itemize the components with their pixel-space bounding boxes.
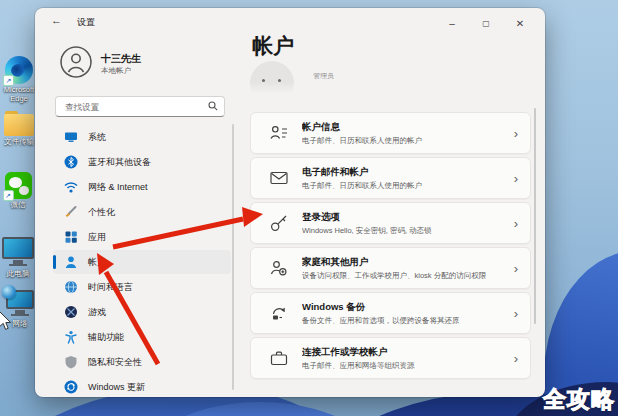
search-input[interactable] (63, 98, 202, 115)
time-language-icon (64, 280, 78, 294)
content-scrollbar[interactable] (534, 108, 536, 324)
row-subtitle: 电子邮件、日历和联系人使用的帐户 (302, 136, 422, 146)
row-work-school-account[interactable]: 连接工作或学校帐户 电子邮件、应用和网络等组织资源 › (250, 337, 531, 379)
account-info-icon (269, 123, 289, 143)
family-users-icon (269, 258, 289, 278)
backup-sync-icon (269, 303, 289, 323)
sidebar-item-label: 网络 & Internet (88, 181, 148, 194)
mail-icon (269, 168, 289, 188)
accessibility-icon (64, 330, 78, 344)
maximize-button[interactable]: ▢ (469, 8, 503, 38)
settings-window: ← 设置 – ▢ ✕ 十三先生 本地帐户 (35, 8, 545, 397)
network-globe-icon (6, 290, 34, 309)
row-title: 帐户信息 (302, 121, 422, 134)
sidebar-item-system[interactable]: 系统 (53, 125, 231, 149)
sidebar-item-bluetooth[interactable]: 蓝牙和其他设备 (53, 150, 231, 174)
row-subtitle: 备份文件、应用和首选项，以便跨设备将其还原 (302, 316, 460, 326)
sidebar-item-label: 游戏 (88, 306, 106, 319)
watermark-text: 全攻略 (543, 384, 615, 415)
chevron-right-icon: › (514, 351, 518, 366)
shortcut-arrow-icon: ↗ (3, 75, 14, 86)
close-button[interactable]: ✕ (503, 8, 537, 38)
row-subtitle: 设备访问权限、工作或学校用户、kiosk 分配的访问权限 (302, 271, 486, 281)
account-person-icon (64, 255, 78, 269)
sidebar-item-accounts[interactable]: 帐户 (53, 250, 231, 274)
sidebar-item-label: 辅助功能 (88, 331, 124, 344)
sidebar-item-label: 系统 (88, 131, 106, 144)
sidebar-item-label: 帐户 (88, 256, 106, 269)
key-icon (269, 213, 289, 233)
privacy-shield-icon (64, 355, 78, 369)
row-subtitle: 电子邮件、日历和联系人使用的帐户 (302, 181, 422, 191)
minimize-button[interactable]: – (435, 8, 469, 38)
row-subtitle: Windows Hello, 安全密钥, 密码, 动态锁 (302, 226, 432, 236)
gaming-xbox-icon (64, 305, 78, 319)
profile-account-type: 本地帐户 (101, 66, 131, 76)
back-button[interactable]: ← (51, 14, 62, 26)
row-title: 电子邮件和帐户 (302, 166, 422, 179)
globe-icon (2, 285, 16, 299)
desktop-screen: ↗ Microsoft Edge 文件传输 ↗ 微信 此电脑 网络 ← 设置 – (0, 0, 618, 416)
desktop-icon-label: 文件传输 (4, 138, 34, 147)
sidebar-item-privacy[interactable]: 隐私和安全性 (53, 350, 231, 374)
row-sign-in-options[interactable]: 登录选项 Windows Hello, 安全密钥, 密码, 动态锁 › (250, 202, 531, 244)
chevron-right-icon: › (514, 126, 518, 141)
bluetooth-icon (64, 155, 78, 169)
this-pc-monitor-icon (2, 237, 34, 259)
window-title: 设置 (77, 16, 95, 29)
row-family-other-users[interactable]: 家庭和其他用户 设备访问权限、工作或学校用户、kiosk 分配的访问权限 › (250, 247, 531, 289)
folder-icon (4, 114, 34, 136)
sidebar-item-label: Windows 更新 (88, 381, 145, 394)
desktop-icon-label: 此电脑 (7, 270, 30, 279)
sidebar-item-label: 隐私和安全性 (88, 356, 142, 369)
chevron-right-icon: › (514, 306, 518, 321)
row-title: 家庭和其他用户 (302, 256, 486, 269)
mouse-cursor (0, 310, 14, 332)
sidebar-item-network[interactable]: 网络 & Internet (53, 175, 231, 199)
wifi-icon (64, 180, 78, 194)
shortcut-arrow-icon: ↗ (3, 190, 14, 201)
desktop-icon-label: 微信 (11, 201, 26, 210)
sidebar-item-label: 时间和语言 (88, 281, 133, 294)
sidebar-item-label: 蓝牙和其他设备 (88, 156, 151, 169)
system-monitor-icon (64, 130, 78, 144)
chevron-right-icon: › (514, 171, 518, 186)
wechat-icon: ↗ (5, 172, 32, 199)
row-email-accounts[interactable]: 电子邮件和帐户 电子邮件、日历和联系人使用的帐户 › (250, 157, 531, 199)
row-title: 登录选项 (302, 211, 432, 224)
personalization-brush-icon (64, 205, 78, 219)
sidebar-item-personalization[interactable]: 个性化 (53, 200, 231, 224)
chevron-right-icon: › (514, 216, 518, 231)
sidebar-item-windows-update[interactable]: Windows 更新 (53, 375, 231, 397)
profile-name: 十三先生 (101, 52, 141, 66)
windows-update-icon (64, 380, 78, 394)
apps-grid-icon (64, 230, 78, 244)
row-subtitle: 电子邮件、应用和网络等组织资源 (302, 361, 415, 371)
desktop-icon-wechat[interactable]: ↗ 微信 (0, 172, 40, 210)
sidebar-item-accessibility[interactable]: 辅助功能 (53, 325, 231, 349)
sidebar-item-apps[interactable]: 应用 (53, 225, 231, 249)
hero-avatar-fade (250, 82, 296, 96)
edge-browser-icon: ↗ (5, 56, 33, 84)
row-title: Windows 备份 (302, 301, 460, 314)
search-icon (208, 101, 218, 111)
user-avatar-icon[interactable] (60, 46, 92, 78)
sidebar-item-label: 个性化 (88, 206, 115, 219)
sidebar-item-gaming[interactable]: 游戏 (53, 300, 231, 324)
sidebar-scrollbar[interactable] (232, 124, 234, 390)
sidebar-item-time-language[interactable]: 时间和语言 (53, 275, 231, 299)
page-title: 帐户 (252, 32, 294, 60)
row-title: 连接工作或学校帐户 (302, 346, 415, 359)
admin-label: 管理员 (313, 71, 334, 81)
row-windows-backup[interactable]: Windows 备份 备份文件、应用和首选项，以便跨设备将其还原 › (250, 292, 531, 334)
row-account-info[interactable]: 帐户信息 电子邮件、日历和联系人使用的帐户 › (250, 112, 531, 154)
selected-accent-bar (53, 255, 56, 269)
chevron-right-icon: › (514, 261, 518, 276)
desktop-icon-label: 网络 (13, 320, 28, 329)
briefcase-icon (269, 348, 289, 368)
desktop-icon-this-pc[interactable]: 此电脑 (0, 237, 40, 279)
sidebar-item-label: 应用 (88, 231, 106, 244)
search-box[interactable] (55, 96, 225, 117)
